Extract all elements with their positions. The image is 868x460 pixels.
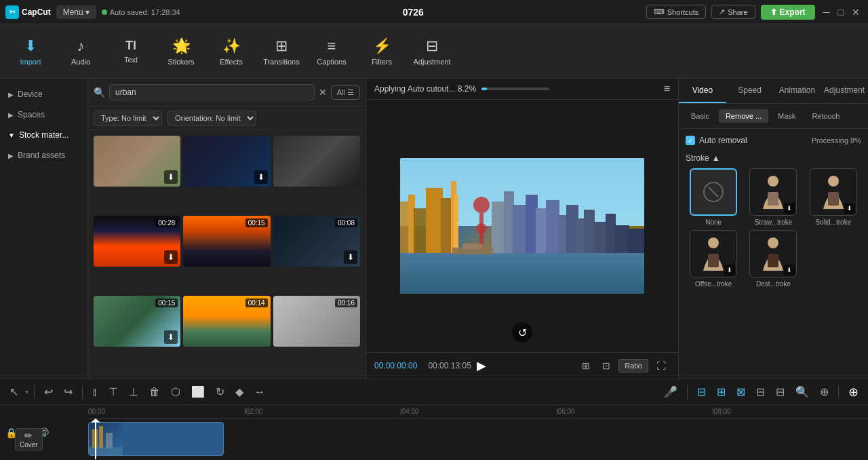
zoom-in-button[interactable]: ⊕ [816, 383, 833, 401]
keyframe-button[interactable]: ◆ [231, 383, 248, 401]
stroke-item-none[interactable]: None [686, 168, 741, 226]
download-button-1[interactable]: ⬇ [164, 170, 178, 184]
stroke-item-straw[interactable]: ⬇ Straw...troke [745, 168, 801, 226]
media-thumb-3[interactable] [273, 136, 360, 187]
split-clip-button[interactable]: ⊞ [713, 383, 730, 401]
ruler-mark-6: |06:00 [556, 408, 575, 415]
duration-badge-6: 00:08 [335, 218, 357, 227]
nav-spaces[interactable]: ▶ Spaces [0, 104, 87, 125]
grid-view-button[interactable]: ⊞ [578, 359, 594, 372]
media-grid: ⬇ ⬇ 00:28 ⬇ 00:15 00:08 ⬇ [88, 130, 366, 379]
filter-all-button[interactable]: All ☰ [331, 85, 360, 100]
project-title: 0726 [186, 7, 641, 18]
tool-transitions-label: Transitions [263, 58, 299, 66]
tool-stickers[interactable]: 🌟 Stickers [157, 28, 205, 75]
stroke-solid-label: Solid...troke [815, 218, 851, 226]
link-button[interactable]: ⊟ [752, 383, 769, 401]
zoom-out-button[interactable]: 🔍 [791, 383, 813, 401]
media-thumb-2[interactable]: ⬇ [183, 136, 270, 187]
media-thumb-9[interactable]: 00:16 [273, 296, 360, 347]
select-tool-button[interactable]: ↖ [5, 383, 22, 401]
audio-tl-button[interactable]: ⊠ [732, 383, 749, 401]
tool-filters[interactable]: ⚡ Filters [358, 28, 406, 75]
logo-icon: ✂ [5, 5, 19, 19]
nav-device[interactable]: ▶ Device [0, 84, 87, 104]
download-button-2[interactable]: ⬇ [254, 170, 268, 184]
tool-audio[interactable]: ♪ Audio [57, 28, 104, 75]
frame-button[interactable]: ⊡ [598, 359, 614, 372]
type-filter-select[interactable]: Type: No limit [94, 111, 162, 126]
transform-button[interactable]: ⬜ [187, 383, 209, 401]
media-thumb-4[interactable]: 00:28 ⬇ [94, 216, 180, 267]
stroke-item-solid[interactable]: ⬇ Solid...troke [806, 168, 861, 226]
orientation-filter-select[interactable]: Orientation: No limit [167, 111, 256, 126]
subtab-retouch[interactable]: Retouch [805, 109, 846, 123]
progress-fill [481, 88, 487, 90]
menu-button[interactable]: Menu ▾ [56, 5, 96, 19]
subtab-basic[interactable]: Basic [684, 109, 716, 123]
tab-animation[interactable]: Animation [774, 79, 821, 103]
undo-button[interactable]: ↩ [40, 383, 57, 401]
download-button-6[interactable]: ⬇ [344, 250, 357, 264]
delete-button[interactable]: 🗑 [145, 383, 164, 401]
preview-menu-icon[interactable]: ≡ [664, 83, 670, 95]
ratio-button[interactable]: Ratio [618, 359, 648, 372]
flip-button[interactable]: ↔ [250, 383, 269, 401]
media-thumb-8[interactable]: 00:14 [183, 296, 270, 347]
track-clip[interactable] [88, 422, 224, 456]
rotate-tl-button[interactable]: ↻ [212, 383, 229, 401]
timeline-playhead[interactable] [95, 419, 96, 459]
export-button[interactable]: ⬆ Export [761, 5, 815, 20]
search-input[interactable] [109, 84, 315, 100]
download-button-4[interactable]: ⬇ [164, 250, 178, 264]
ruler-mark-4: |04:00 [400, 408, 419, 415]
download-button-7[interactable]: ⬇ [164, 330, 178, 344]
media-thumb-1[interactable]: ⬇ [94, 136, 180, 187]
auto-removal-checkbox[interactable]: ✓ [686, 136, 695, 145]
tool-effects[interactable]: ✨ Effects [208, 28, 255, 75]
split-h-button[interactable]: ⊥ [125, 383, 142, 401]
add-track-button[interactable]: ⊕ [844, 382, 863, 402]
tool-import[interactable]: ⬇ Import [7, 28, 54, 75]
nav-stock[interactable]: ▼ Stock mater... [0, 125, 87, 145]
close-button[interactable]: ✕ [849, 7, 863, 18]
nav-stock-label: Stock mater... [19, 130, 68, 140]
tab-video[interactable]: Video [679, 79, 726, 103]
keyboard-icon: ⌨ [654, 7, 665, 16]
snap-button[interactable]: ⊟ [693, 383, 710, 401]
stroke-item-offset[interactable]: ⬇ Offse...troke [686, 230, 741, 288]
tool-dropdown-icon: ▾ [25, 388, 28, 396]
tool-adjustment-label: Adjustment [413, 58, 450, 66]
fullscreen-button[interactable]: ⛶ [652, 359, 670, 372]
cover-label[interactable]: ✏ Cover [15, 428, 43, 451]
mask-button[interactable]: ⬡ [167, 383, 184, 401]
media-thumb-6[interactable]: 00:08 ⬇ [273, 216, 360, 267]
tool-text[interactable]: TI Text [107, 28, 155, 75]
share-button[interactable]: ↗ Share [711, 5, 755, 19]
subtab-mask[interactable]: Mask [771, 109, 802, 123]
tool-adjustment[interactable]: ⊟ Adjustment [408, 28, 456, 75]
tool-transitions[interactable]: ⊞ Transitions [258, 28, 305, 75]
tab-speed[interactable]: Speed [726, 79, 774, 103]
svg-rect-27 [768, 192, 778, 206]
subtab-remove[interactable]: Remove ... [719, 109, 768, 123]
nav-brand[interactable]: ▶ Brand assets [0, 145, 87, 166]
tool-captions[interactable]: ≡ Captions [308, 28, 355, 75]
stroke-item-dest[interactable]: ⬇ Dest...troke [745, 230, 801, 288]
tool-import-label: Import [20, 58, 41, 66]
minimize-button[interactable]: ─ [821, 7, 833, 18]
shortcuts-button[interactable]: ⌨ Shortcuts [646, 5, 706, 19]
play-button[interactable]: ▶ [477, 358, 486, 373]
media-thumb-5[interactable]: 00:15 [183, 216, 270, 267]
redo-button[interactable]: ↪ [60, 383, 77, 401]
rotate-button[interactable]: ↺ [512, 322, 532, 343]
subtitle-button[interactable]: ⊟ [772, 383, 789, 401]
timeline-track-video: ✏ Cover [88, 419, 868, 459]
media-thumb-7[interactable]: 00:15 ⬇ [94, 296, 180, 347]
split-v-button[interactable]: ⊤ [104, 383, 122, 401]
split-button[interactable]: ⫿ [88, 383, 102, 401]
tab-adjustment[interactable]: Adjustment [821, 79, 868, 103]
maximize-button[interactable]: □ [835, 7, 846, 18]
search-clear-button[interactable]: ✕ [319, 87, 327, 98]
mic-button[interactable]: 🎤 [660, 383, 682, 401]
